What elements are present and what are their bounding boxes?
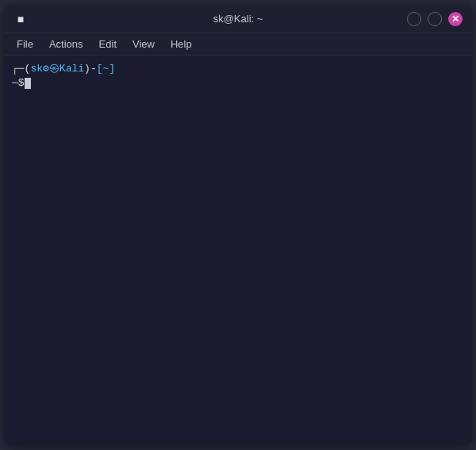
- prompt-dir: [~]: [97, 62, 115, 76]
- menu-item-edit[interactable]: Edit: [93, 37, 123, 52]
- menu-item-actions[interactable]: Actions: [43, 37, 90, 52]
- prompt-separator: ㉿: [49, 62, 60, 76]
- prompt-user: sk⚙: [30, 62, 48, 76]
- prompt-dash: -: [90, 62, 97, 76]
- prompt-sign-line: ─$: [12, 76, 464, 90]
- minimize-button[interactable]: [407, 12, 421, 26]
- menu-item-help[interactable]: Help: [164, 37, 198, 52]
- window-controls: ✕: [407, 12, 463, 26]
- terminal-cursor: [25, 78, 31, 89]
- close-button[interactable]: ✕: [448, 12, 463, 26]
- window-title: sk@Kali: ~: [213, 13, 263, 25]
- terminal-window: ■ sk@Kali: ~ ✕ File Actions Edit View He…: [4, 5, 472, 445]
- app-icon: ■: [13, 12, 28, 26]
- prompt-host: Kali: [60, 62, 84, 76]
- menu-item-view[interactable]: View: [126, 37, 161, 52]
- prompt-bracket-close: ): [84, 62, 90, 76]
- menu-bar: File Actions Edit View Help: [4, 33, 472, 56]
- prompt-corner: ┌─(: [12, 62, 30, 76]
- terminal-body[interactable]: ┌─(sk⚙㉿Kali)-[~] ─$: [4, 56, 472, 445]
- title-bar: ■ sk@Kali: ~ ✕: [4, 5, 472, 33]
- maximize-button[interactable]: [428, 12, 442, 26]
- prompt-prefix: ─$: [12, 76, 25, 90]
- menu-item-file[interactable]: File: [10, 37, 40, 52]
- prompt-line: ┌─(sk⚙㉿Kali)-[~]: [12, 62, 464, 76]
